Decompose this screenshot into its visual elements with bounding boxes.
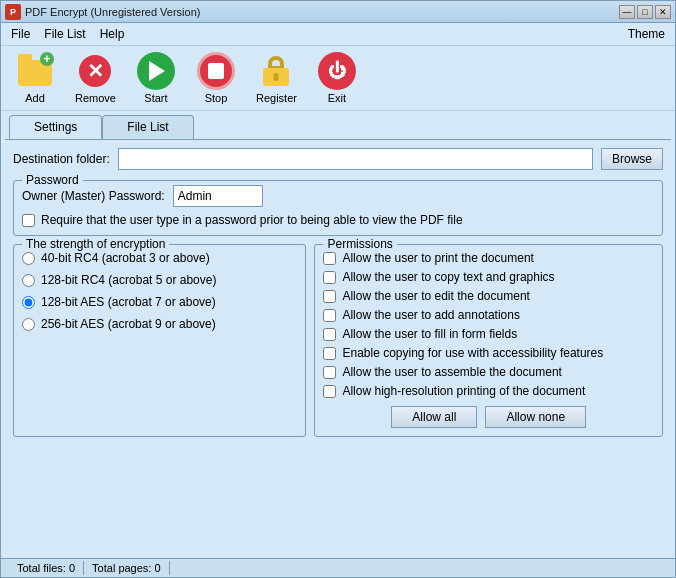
encryption-group: The strength of encryption 40-bit RC4 (a… [13,244,306,437]
window-controls: — □ ✕ [619,5,671,19]
register-button[interactable]: Register [250,50,303,106]
perm-label-edit: Allow the user to edit the document [342,289,529,303]
tab-filelist[interactable]: File List [102,115,193,139]
register-icon [257,52,295,90]
browse-button[interactable]: Browse [601,148,663,170]
encryption-label-3: 256-bit AES (acrobat 9 or above) [41,317,216,331]
status-spacer [170,561,667,575]
permissions-group-label: Permissions [323,237,396,251]
owner-password-label: Owner (Master) Password: [22,189,165,203]
perm-item-print: Allow the user to print the document [323,251,654,265]
perm-checkbox-print[interactable] [323,252,336,265]
total-files-status: Total files: 0 [9,561,84,575]
require-password-label: Require that the user type in a password… [41,213,463,227]
title-bar-left: P PDF Encrypt (Unregistered Version) [5,4,200,20]
destination-input[interactable] [118,148,593,170]
encryption-radio-2[interactable] [22,296,35,309]
minimize-button[interactable]: — [619,5,635,19]
stop-label: Stop [205,92,228,104]
menu-filelist[interactable]: File List [38,25,91,43]
encryption-radio-1[interactable] [22,274,35,287]
status-bar: Total files: 0 Total pages: 0 [1,558,675,577]
perm-label-annotations: Allow the user to add annotations [342,308,519,322]
allow-all-button[interactable]: Allow all [391,406,477,428]
encryption-label-2: 128-bit AES (acrobat 7 or above) [41,295,216,309]
perm-item-annotations: Allow the user to add annotations [323,308,654,322]
menu-theme[interactable]: Theme [622,25,671,43]
perm-item-edit: Allow the user to edit the document [323,289,654,303]
perm-item-copy: Allow the user to copy text and graphics [323,270,654,284]
exit-button[interactable]: ⏻ Exit [311,50,363,106]
stop-button[interactable]: Stop [190,50,242,106]
exit-icon: ⏻ [318,52,356,90]
remove-icon: ✕ [76,52,114,90]
password-row: Owner (Master) Password: [22,185,654,207]
title-bar: P PDF Encrypt (Unregistered Version) — □… [1,1,675,23]
perm-label-assemble: Allow the user to assemble the document [342,365,561,379]
two-column-section: The strength of encryption 40-bit RC4 (a… [13,244,663,437]
perm-label-copy: Allow the user to copy text and graphics [342,270,554,284]
permission-buttons: Allow all Allow none [323,406,654,428]
window-title: PDF Encrypt (Unregistered Version) [25,6,200,18]
menu-bar: File File List Help Theme [1,23,675,46]
perm-label-print: Allow the user to print the document [342,251,533,265]
perm-label-hires: Allow high-resolution printing of the do… [342,384,585,398]
encryption-radio-3[interactable] [22,318,35,331]
destination-row: Destination folder: Browse [13,148,663,170]
perm-checkbox-annotations[interactable] [323,309,336,322]
password-group-label: Password [22,173,83,187]
remove-label: Remove [75,92,116,104]
permissions-group: Permissions Allow the user to print the … [314,244,663,437]
password-group: Password Owner (Master) Password: Requir… [13,180,663,236]
perm-item-forms: Allow the user to fill in form fields [323,327,654,341]
encryption-option-0: 40-bit RC4 (acrobat 3 or above) [22,251,297,265]
start-button[interactable]: Start [130,50,182,106]
encryption-label-1: 128-bit RC4 (acrobat 5 or above) [41,273,216,287]
perm-label-accessibility: Enable copying for use with accessibilit… [342,346,603,360]
perm-checkbox-hires[interactable] [323,385,336,398]
tab-settings[interactable]: Settings [9,115,102,139]
main-content: Destination folder: Browse Password Owne… [5,139,671,558]
require-password-row: Require that the user type in a password… [22,213,654,227]
perm-checkbox-assemble[interactable] [323,366,336,379]
perm-item-assemble: Allow the user to assemble the document [323,365,654,379]
exit-label: Exit [328,92,346,104]
perm-checkbox-accessibility[interactable] [323,347,336,360]
add-label: Add [25,92,45,104]
start-icon [137,52,175,90]
menu-help[interactable]: Help [94,25,131,43]
close-button[interactable]: ✕ [655,5,671,19]
encryption-option-3: 256-bit AES (acrobat 9 or above) [22,317,297,331]
app-icon: P [5,4,21,20]
perm-checkbox-copy[interactable] [323,271,336,284]
encryption-group-label: The strength of encryption [22,237,169,251]
add-icon: + [16,52,54,90]
perm-checkbox-forms[interactable] [323,328,336,341]
main-window: P PDF Encrypt (Unregistered Version) — □… [0,0,676,578]
perm-label-forms: Allow the user to fill in form fields [342,327,517,341]
allow-none-button[interactable]: Allow none [485,406,586,428]
start-label: Start [144,92,167,104]
tab-bar: Settings File List [1,111,675,139]
destination-label: Destination folder: [13,152,110,166]
encryption-option-1: 128-bit RC4 (acrobat 5 or above) [22,273,297,287]
stop-icon [197,52,235,90]
perm-item-accessibility: Enable copying for use with accessibilit… [323,346,654,360]
encryption-radio-0[interactable] [22,252,35,265]
menu-file[interactable]: File [5,25,36,43]
add-button[interactable]: + Add [9,50,61,106]
register-label: Register [256,92,297,104]
remove-button[interactable]: ✕ Remove [69,50,122,106]
encryption-option-2: 128-bit AES (acrobat 7 or above) [22,295,297,309]
encryption-label-0: 40-bit RC4 (acrobat 3 or above) [41,251,210,265]
perm-item-hires: Allow high-resolution printing of the do… [323,384,654,398]
toolbar: + Add ✕ Remove Start Stop [1,46,675,111]
maximize-button[interactable]: □ [637,5,653,19]
perm-checkbox-edit[interactable] [323,290,336,303]
owner-password-input[interactable] [173,185,263,207]
total-pages-status: Total pages: 0 [84,561,170,575]
require-password-checkbox[interactable] [22,214,35,227]
